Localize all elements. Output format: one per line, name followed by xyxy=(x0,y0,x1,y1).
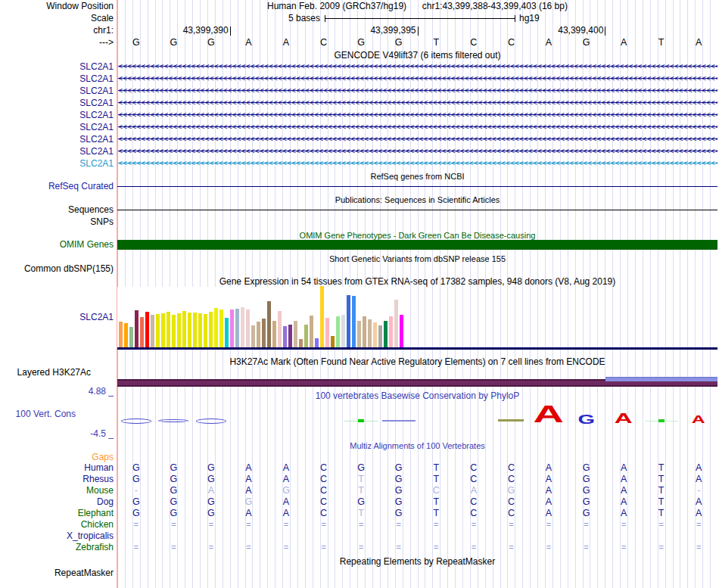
repeatmasker-label[interactable]: RepeatMasker xyxy=(54,568,114,578)
gtex-tissue-bar xyxy=(241,307,244,348)
gene-transcript-row[interactable]: <<<<<<<<<<<<<<<<<<<<<<<<<<<<<<<<<<<<<<<<… xyxy=(118,157,717,170)
gene-transcript-row[interactable]: <<<<<<<<<<<<<<<<<<<<<<<<<<<<<<<<<<<<<<<<… xyxy=(118,121,717,133)
gene-transcript-label[interactable]: SLC2A1 xyxy=(79,85,114,97)
species-label[interactable]: Rhesus xyxy=(82,474,114,485)
publications-sequence-line[interactable] xyxy=(117,210,717,210)
alignment-base: C xyxy=(455,496,493,508)
species-label[interactable]: Zebrafish xyxy=(76,542,114,553)
refseq-gene-line[interactable] xyxy=(117,186,717,187)
gene-transcript-label[interactable]: SLC2A1 xyxy=(79,109,114,121)
alignment-base: G xyxy=(192,474,230,485)
alignment-base: C xyxy=(305,496,343,508)
gene-transcript-row[interactable]: <<<<<<<<<<<<<<<<<<<<<<<<<<<<<<<<<<<<<<<<… xyxy=(118,61,717,73)
alignment-base: C xyxy=(305,462,343,474)
gtex-tissue-bar xyxy=(193,313,197,348)
alignment-base: T xyxy=(342,508,380,519)
alignment-base: G xyxy=(380,485,418,496)
alignment-base: A xyxy=(530,474,568,485)
alignment-base: = xyxy=(643,519,680,530)
gtex-tissue-bar xyxy=(283,326,287,348)
species-label[interactable]: Mouse xyxy=(86,485,114,496)
gene-transcript-row[interactable]: <<<<<<<<<<<<<<<<<<<<<<<<<<<<<<<<<<<<<<<<… xyxy=(118,133,717,145)
gtex-tissue-bar xyxy=(219,310,223,348)
alignment-base: G xyxy=(155,485,193,496)
gtex-tissue-bar xyxy=(167,312,170,348)
gtex-tissue-bar xyxy=(400,315,403,348)
omim-gene-bar[interactable] xyxy=(117,240,717,250)
gtex-gene-label[interactable]: SLC2A1 xyxy=(79,312,114,322)
gtex-expression-barchart[interactable] xyxy=(119,287,405,348)
alignment-base: T xyxy=(418,474,456,485)
gene-transcript-label[interactable]: SLC2A1 xyxy=(79,61,114,73)
gtex-tissue-bar xyxy=(373,322,377,348)
alignment-base: A xyxy=(455,485,493,496)
gene-transcript-label[interactable]: SLC2A1 xyxy=(79,121,114,133)
gene-transcript-label[interactable]: SLC2A1 xyxy=(79,73,114,85)
alignment-base: C xyxy=(455,462,493,474)
conservation-dot-glyph xyxy=(358,419,364,422)
gene-transcript-label[interactable]: SLC2A1 xyxy=(79,157,114,170)
alignment-base: A xyxy=(680,496,717,508)
gtex-tissue-bar xyxy=(336,316,340,348)
gene-transcript-label[interactable]: SLC2A1 xyxy=(79,133,114,145)
gaps-row-label[interactable]: Gaps xyxy=(92,452,114,462)
alignment-base: = xyxy=(117,519,155,530)
conservation-lens-glyph xyxy=(158,419,188,422)
gene-transcript-label[interactable]: SLC2A1 xyxy=(79,145,114,157)
refseq-curated-label[interactable]: RefSeq Curated xyxy=(48,181,114,191)
layered-h3k27ac-label[interactable]: Layered H3K27Ac xyxy=(17,367,91,378)
multiz-track-title: Multiz Alignments of 100 Vertebrates xyxy=(117,440,717,451)
alignment-base: A xyxy=(192,485,230,496)
common-dbsnp-label[interactable]: Common dbSNP(155) xyxy=(24,263,114,274)
alignment-base: T xyxy=(643,485,680,496)
gtex-tissue-bar xyxy=(140,317,144,348)
gtex-tissue-bar xyxy=(257,322,260,348)
window-position-value: Human Feb. 2009 (GRCh37/hg19) chr1:43,39… xyxy=(117,1,717,11)
alignment-base: C xyxy=(305,508,343,519)
alignment-base: G xyxy=(568,462,605,474)
alignment-base: A xyxy=(680,462,717,474)
gtex-tissue-bar xyxy=(262,319,266,348)
species-label[interactable]: Human xyxy=(84,462,114,474)
omim-genes-label[interactable]: OMIM Genes xyxy=(60,240,114,250)
conservation-label[interactable]: 100 Vert. Cons xyxy=(16,409,76,419)
gtex-tissue-bar xyxy=(267,301,271,348)
gtex-tissue-bar xyxy=(235,309,239,348)
ruler-coordinate-label: 43,399,390 xyxy=(183,25,229,36)
alignment-base: = xyxy=(455,542,493,553)
alignment-base: G xyxy=(380,508,418,519)
species-label[interactable]: X_tropicalis xyxy=(67,530,114,542)
gtex-tissue-bar xyxy=(124,323,128,348)
gtex-tissue-bar xyxy=(214,308,218,348)
gtex-tissue-bar xyxy=(161,313,165,348)
minus-strand-arrows: <<<<<<<<<<<<<<<<<<<<<<<<<<<<<<<<<<<<<<<<… xyxy=(118,109,717,121)
gene-transcript-row[interactable]: <<<<<<<<<<<<<<<<<<<<<<<<<<<<<<<<<<<<<<<<… xyxy=(118,97,717,109)
species-label[interactable]: Chicken xyxy=(81,519,114,530)
alignment-base: = xyxy=(267,519,305,530)
gtex-tissue-bar xyxy=(384,321,388,348)
alignment-base: A xyxy=(230,474,268,485)
gene-transcript-label[interactable]: SLC2A1 xyxy=(79,97,114,109)
gtex-tissue-bar xyxy=(230,310,234,348)
species-label[interactable]: Elephant xyxy=(78,508,114,519)
strand-direction-label: ---> xyxy=(99,37,114,48)
gtex-tissue-bar xyxy=(246,310,250,348)
ruler-coordinate-label: 43,399,395 xyxy=(370,25,416,36)
snps-label[interactable]: SNPs xyxy=(90,216,114,227)
alignment-base: G xyxy=(342,496,380,508)
species-label[interactable]: Dog xyxy=(97,496,114,508)
alignment-base: A xyxy=(267,508,305,519)
gtex-tissue-bar xyxy=(129,327,133,348)
gene-transcript-row[interactable]: <<<<<<<<<<<<<<<<<<<<<<<<<<<<<<<<<<<<<<<<… xyxy=(118,73,717,85)
position-text: chr1:43,399,388-43,399,403 (16 bp) xyxy=(422,1,568,11)
alignment-base: = xyxy=(530,542,568,553)
alignment-base: G xyxy=(380,496,418,508)
ruler-base-letter: A xyxy=(605,37,643,48)
sequences-label[interactable]: Sequences xyxy=(68,204,114,215)
gene-transcript-row[interactable]: <<<<<<<<<<<<<<<<<<<<<<<<<<<<<<<<<<<<<<<<… xyxy=(118,85,717,97)
gene-transcript-row[interactable]: <<<<<<<<<<<<<<<<<<<<<<<<<<<<<<<<<<<<<<<<… xyxy=(118,109,717,121)
alignment-base: G xyxy=(117,496,155,508)
alignment-base: = xyxy=(455,519,493,530)
alignment-base: T xyxy=(342,474,380,485)
gene-transcript-row[interactable]: <<<<<<<<<<<<<<<<<<<<<<<<<<<<<<<<<<<<<<<<… xyxy=(118,145,717,157)
